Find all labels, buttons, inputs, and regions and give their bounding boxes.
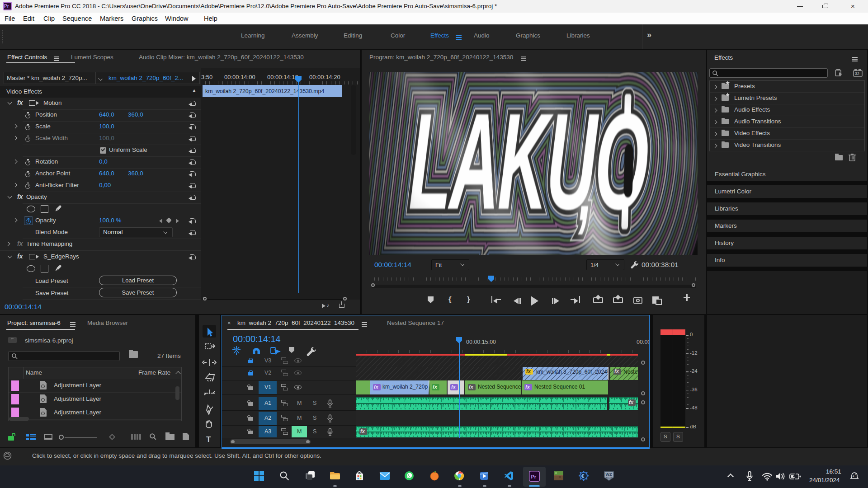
svg-text:€: € [581,473,585,479]
svg-text:z: z [853,474,854,477]
svg-text:T: T [206,435,211,444]
svg-text:Pr: Pr [531,474,537,479]
svg-text:32: 32 [855,71,859,76]
svg-text:2100: 2100 [607,477,611,479]
svg-text:WZ: WZ [606,472,612,477]
